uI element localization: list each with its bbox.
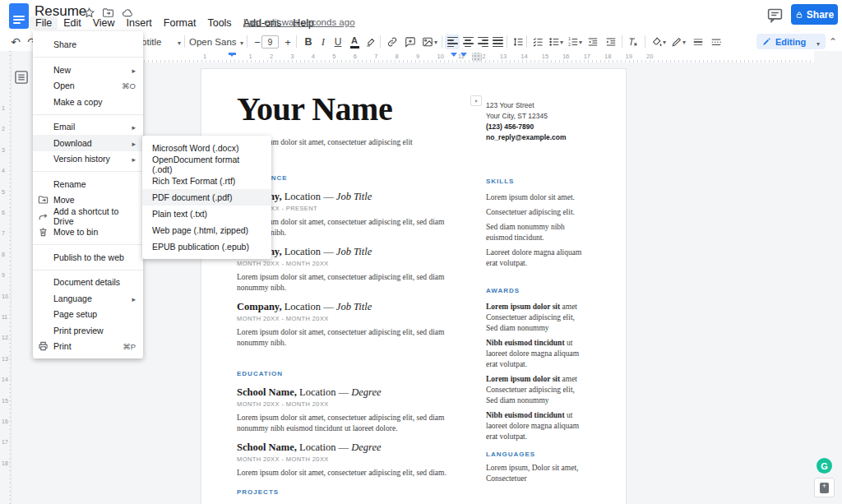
file-menu-item-print[interactable]: Print⌘P <box>33 339 143 355</box>
download-item-txt[interactable]: Plain text (.txt) <box>142 206 271 222</box>
google-docs-logo-icon[interactable] <box>9 3 29 29</box>
download-item-epub[interactable]: EPUB publication (.epub) <box>142 238 271 255</box>
column-gap-handle[interactable] <box>472 53 482 62</box>
chevron-down-icon[interactable] <box>576 35 585 49</box>
align-center-button[interactable] <box>460 35 475 49</box>
school-dates: MONTH 20XX - MONTH 20XX <box>237 455 459 464</box>
file-menu-item-move-to-bin[interactable]: Move to bin <box>33 224 143 241</box>
border-width-icon[interactable] <box>691 35 706 49</box>
download-submenu: Microsoft Word (.docx) OpenDocument form… <box>142 136 271 259</box>
extension-button[interactable] <box>814 478 835 497</box>
award-item: Lorem ipsum dolor sit amet Consectetuer … <box>486 302 588 334</box>
hide-menus-button[interactable] <box>826 35 840 49</box>
school-dates: MONTH 20XX - MONTH 20XX <box>237 400 459 409</box>
file-menu-item-share[interactable]: Share <box>33 35 143 53</box>
file-menu-item-page-setup[interactable]: Page setup <box>33 307 143 323</box>
left-indent-marker[interactable] <box>229 53 235 57</box>
job-description: Lorem ipsum dolor sit amet, consectetuer… <box>237 327 459 349</box>
increase-indent-icon[interactable] <box>604 35 618 49</box>
languages-body: Lorem ipsum, Dolor sit amet, Consectetue… <box>486 463 588 484</box>
chevron-down-icon[interactable] <box>680 35 688 49</box>
font-size-input[interactable]: 9 <box>261 35 279 49</box>
share-button[interactable]: Share <box>791 4 838 25</box>
right-indent-marker[interactable] <box>451 53 457 57</box>
file-menu-item-email[interactable]: Email <box>33 119 143 136</box>
add-comment-icon[interactable] <box>403 35 418 49</box>
last-edit-link[interactable]: Last edit was seconds ago <box>243 17 355 27</box>
menu-format[interactable]: Format <box>158 16 202 30</box>
chevron-down-icon[interactable] <box>660 35 669 49</box>
document-page[interactable]: Your Name Lorem ipsum dolor sit amet, co… <box>201 68 627 504</box>
file-menu-item-version-history[interactable]: Version history <box>33 151 143 168</box>
menu-edit[interactable]: Edit <box>58 16 87 30</box>
border-dash-icon[interactable] <box>709 35 724 49</box>
file-menu-item-make-a-copy[interactable]: Make a copy <box>33 94 143 110</box>
underline-button[interactable] <box>331 35 345 49</box>
file-menu-item-download[interactable]: Download <box>33 135 143 151</box>
increase-font-size-button[interactable] <box>280 35 295 49</box>
submenu-arrow-icon <box>132 154 136 164</box>
align-left-button[interactable] <box>445 35 460 49</box>
font-select-value: Open Sans <box>189 37 240 47</box>
italic-button[interactable] <box>316 35 331 49</box>
school-entry: School Name, Location — Degree MONTH 20X… <box>237 386 459 434</box>
column-indent-marker[interactable] <box>460 53 467 57</box>
printer-icon <box>38 341 49 352</box>
comments-history-icon[interactable] <box>766 7 784 24</box>
align-right-button[interactable] <box>475 35 490 49</box>
file-menu-item-new[interactable]: New <box>33 62 143 78</box>
download-item-html-zipped[interactable]: Web page (.html, zipped) <box>142 222 271 238</box>
download-item-docx[interactable]: Microsoft Word (.docx) <box>142 140 271 156</box>
align-justify-icon <box>493 35 503 49</box>
svg-text:2: 2 <box>568 43 571 47</box>
education-heading: EDUCATION <box>237 370 459 378</box>
editing-mode-button[interactable]: Editing <box>756 34 826 49</box>
highlight-color-icon[interactable] <box>363 35 378 49</box>
text-color-button[interactable] <box>347 35 362 49</box>
align-left-icon <box>447 35 458 49</box>
document-side-column: 123 Your Street Your City, ST 12345 (123… <box>486 100 588 484</box>
bold-button[interactable] <box>301 35 316 49</box>
align-center-icon <box>463 35 474 49</box>
menu-file[interactable]: File <box>30 16 58 30</box>
trash-icon <box>38 227 49 238</box>
file-menu-item-rename[interactable]: Rename <box>33 176 143 192</box>
chevron-down-icon[interactable] <box>557 35 566 49</box>
file-menu-item-print-preview[interactable]: Print preview <box>33 322 143 339</box>
chevron-down-icon[interactable] <box>432 35 440 49</box>
file-menu-item-add-shortcut-to-drive[interactable]: Add a shortcut to Drive <box>33 208 143 224</box>
submenu-arrow-icon <box>132 138 136 148</box>
line-spacing-icon[interactable] <box>511 35 525 49</box>
decrease-indent-icon[interactable] <box>585 35 600 49</box>
font-family-select[interactable]: Open Sans <box>189 35 243 49</box>
menu-view[interactable]: View <box>87 16 121 30</box>
collapsed-comment-chip[interactable] <box>470 95 482 106</box>
award-item: Nibh euismod tincidunt ut laoreet dolore… <box>486 338 588 370</box>
menu-divider <box>33 270 143 270</box>
file-menu-item-document-details[interactable]: Document details <box>33 275 143 291</box>
align-justify-button[interactable] <box>490 35 505 49</box>
download-item-odt[interactable]: OpenDocument format (.odt) <box>142 156 271 173</box>
awards-heading: AWARDS <box>486 287 588 295</box>
address-line: 123 Your Street <box>486 100 588 111</box>
grammarly-icon[interactable] <box>817 458 832 474</box>
document-outline-icon[interactable] <box>13 69 30 86</box>
file-menu-item-publish-to-the-web[interactable]: Publish to the web <box>33 249 143 266</box>
insert-link-icon[interactable] <box>385 35 400 49</box>
clear-formatting-icon[interactable] <box>626 35 641 49</box>
checklist-icon[interactable] <box>530 35 545 49</box>
file-menu: Share New Open⌘O Make a copy Email Downl… <box>33 31 143 358</box>
resume-name: Your Name <box>237 90 459 128</box>
school-description: Lorem ipsum dolor sit amet, consectetuer… <box>237 413 459 434</box>
download-item-rtf[interactable]: Rich Text Format (.rtf) <box>142 173 271 189</box>
download-item-pdf[interactable]: PDF document (.pdf) <box>142 189 271 206</box>
phone-line: (123) 456-7890 <box>486 122 588 132</box>
menu-tools[interactable]: Tools <box>201 16 237 30</box>
vertical-ruler[interactable]: 123456789101112131415161718 <box>0 51 12 504</box>
undo-icon[interactable] <box>8 35 23 49</box>
menu-insert[interactable]: Insert <box>121 16 158 30</box>
chevron-down-icon <box>817 35 820 49</box>
file-menu-item-open[interactable]: Open⌘O <box>33 78 143 95</box>
award-item: Nibh euismod tincidunt ut laoreet dolore… <box>486 410 588 442</box>
file-menu-item-language[interactable]: Language <box>33 290 143 307</box>
